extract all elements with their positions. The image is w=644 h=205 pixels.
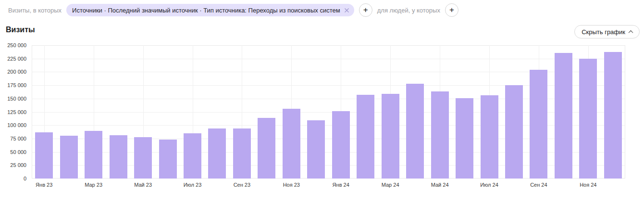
- x-axis-tick-label: Май 24: [431, 182, 449, 188]
- x-axis-tick-label: Мар 24: [382, 182, 399, 188]
- y-axis-tick-label: 25 000: [0, 162, 26, 168]
- x-axis-tick-label: Сен 23: [234, 182, 250, 188]
- y-axis-tick-label: 50 000: [0, 149, 26, 155]
- bar[interactable]: [555, 53, 572, 179]
- bar[interactable]: [530, 70, 547, 179]
- metrika-visits-widget: Визиты, в которых Источники · Последний …: [0, 0, 644, 205]
- bar[interactable]: [357, 95, 374, 179]
- bar[interactable]: [332, 111, 350, 179]
- visits-bar-chart: 025 00050 00075 000100 000125 000150 000…: [0, 0, 644, 205]
- y-axis-tick-label: 0: [0, 176, 26, 181]
- bar[interactable]: [60, 136, 78, 179]
- y-axis-tick-label: 125 000: [0, 109, 26, 115]
- bar[interactable]: [307, 120, 325, 179]
- x-axis-tick-label: Май 23: [134, 182, 152, 188]
- y-axis-tick-label: 100 000: [0, 122, 26, 128]
- y-axis-tick-label: 75 000: [0, 136, 26, 141]
- bar[interactable]: [35, 132, 53, 179]
- x-axis-tick-label: Июл 24: [480, 182, 498, 188]
- x-axis-tick-label: Сен 24: [530, 182, 547, 188]
- y-axis-tick-label: 150 000: [0, 96, 26, 102]
- x-axis-tick-label: Янв 23: [36, 182, 52, 188]
- bar[interactable]: [382, 94, 399, 179]
- y-axis-tick-label: 175 000: [0, 82, 26, 88]
- bar[interactable]: [110, 135, 127, 179]
- x-axis-tick-label: Ноя 23: [283, 182, 300, 188]
- bar[interactable]: [159, 140, 177, 179]
- bar[interactable]: [233, 128, 251, 179]
- bar[interactable]: [283, 109, 300, 179]
- x-axis-tick-label: Янв 24: [333, 182, 349, 188]
- horizontal-gridline: [32, 59, 625, 59]
- y-axis-tick-label: 250 000: [0, 42, 26, 48]
- bar[interactable]: [431, 91, 449, 179]
- x-axis-tick-label: Ноя 24: [580, 182, 596, 188]
- y-axis-tick-label: 225 000: [0, 56, 26, 62]
- bar[interactable]: [134, 137, 152, 179]
- bar[interactable]: [85, 131, 102, 179]
- bar[interactable]: [604, 52, 622, 179]
- y-axis-tick-label: 200 000: [0, 69, 26, 75]
- bar[interactable]: [579, 59, 597, 179]
- x-axis-tick-label: Мар 23: [85, 182, 102, 188]
- x-axis-tick-label: Июл 23: [184, 182, 202, 188]
- bar[interactable]: [208, 128, 226, 179]
- bar[interactable]: [258, 118, 275, 179]
- bar[interactable]: [456, 98, 473, 179]
- bar[interactable]: [481, 95, 498, 179]
- bar[interactable]: [406, 84, 424, 179]
- bar[interactable]: [184, 133, 201, 179]
- bar[interactable]: [505, 85, 523, 179]
